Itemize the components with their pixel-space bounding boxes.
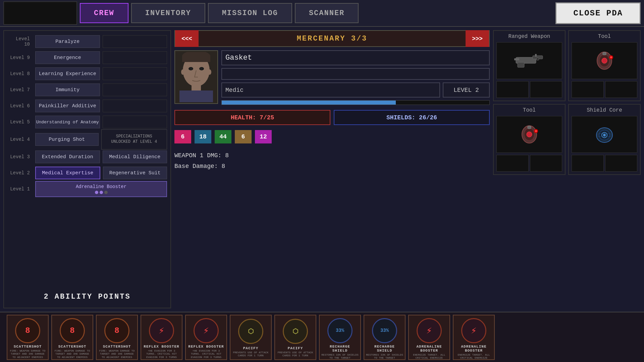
pacify-2-circle: ⬡	[283, 319, 308, 344]
svg-rect-27	[528, 126, 531, 129]
scattershot-1-circle: 8	[15, 318, 40, 343]
ability-card-recharge-1[interactable]: 33% RECHARGE SHIELD RESTORES 33% OF SHIE…	[319, 315, 361, 360]
tool-bottom-left-sub-slots	[496, 155, 562, 172]
scattershot-2-circle: 8	[60, 318, 85, 343]
center-panel: <<< MERCENARY 3/3 >>>	[174, 30, 490, 308]
next-mercenary-button[interactable]: >>>	[466, 30, 489, 47]
xp-bar-fill	[222, 101, 396, 105]
skill-purging-shot[interactable]: Purging Shot	[35, 133, 99, 146]
reflex-2-icon: ⚡	[193, 318, 220, 343]
inventory-tab[interactable]: INVENTORY	[131, 3, 205, 23]
adrenaline-2-desc: ENERGIZE TARGET. ALL CRITICAL ENERGIZE	[455, 353, 493, 360]
skill-slot-empty-7	[103, 83, 167, 96]
skill-slot-empty-5	[103, 116, 167, 128]
reflex-1-desc: +HE EVASION FOR 3 TURNS. CRITICAL HIT EV…	[143, 349, 180, 359]
ranged-weapon-main-slot[interactable]	[496, 42, 562, 79]
reflex-1-circle: ⚡	[149, 318, 174, 343]
ability-card-scattershot-2[interactable]: 8 SCATTERSHOT FIRE: WEAPON DAMAGE TO TAR…	[51, 315, 93, 360]
close-pda-button[interactable]: CLOSE PDA	[555, 2, 641, 24]
character-portrait	[174, 50, 218, 104]
skill-paralyze[interactable]: Paralyze	[35, 35, 100, 48]
ability-card-reflex-2[interactable]: ⚡ REFLEX BOOSTER +HE EVASION FOR 3 TURNS…	[185, 315, 227, 360]
prev-mercenary-button[interactable]: <<<	[175, 30, 199, 47]
shield-core-sub-1[interactable]	[572, 155, 604, 172]
reflex-1-name: REFLEX BOOSTER	[144, 345, 179, 349]
skill-row-level4: Level 4 Purging Shot SPECIALIZATIONSUNLO…	[7, 131, 167, 148]
skill-specialization-unlock: SPECIALIZATIONSUNLOCKED AT LEVEL 4	[101, 129, 167, 149]
skill-adrenaline-booster[interactable]: Adrenaline Booster	[35, 181, 167, 197]
ability-card-adrenaline-1[interactable]: ⚡ ADRENALINE BOOSTER ENERGIZE TARGET. AL…	[408, 315, 450, 360]
skill-row-level8: Level 8 Learning Experience	[7, 66, 167, 81]
stat-badge-0: 6	[174, 130, 191, 143]
svg-point-16	[536, 58, 539, 60]
ability-card-pacify-2[interactable]: ⬡ PACIFY PREVENTS USE OF ATTACK CARDS FO…	[274, 315, 316, 360]
level-1-label: Level 1	[7, 186, 33, 192]
skill-medical-expertise[interactable]: Medical Expertise	[35, 167, 100, 179]
svg-rect-11	[182, 55, 210, 62]
shield-core-sub-slots	[572, 155, 637, 172]
svg-point-7	[200, 68, 202, 70]
tool-top-right-sub-1[interactable]	[572, 81, 604, 98]
skill-row-level7: Level 7 Immunity	[7, 82, 167, 97]
reflex-2-name: REFLEX BOOSTER	[188, 345, 224, 349]
skill-regenerative-suit[interactable]: Regenerative Suit	[103, 167, 167, 179]
bottom-bar: 8 SCATTERSHOT FIRE: WEAPON DAMAGE TO TAR…	[0, 312, 644, 362]
recharge-2-icon: 33%	[371, 318, 398, 343]
tool-top-right-main-slot[interactable]	[572, 42, 637, 79]
svg-rect-21	[603, 52, 606, 55]
skill-energence[interactable]: Energence	[35, 51, 100, 64]
skill-understanding-anatomy[interactable]: Understanding of Anatomy	[35, 116, 100, 128]
skill-immunity[interactable]: Immunity	[35, 83, 100, 96]
ranged-weapon-sub-2[interactable]	[530, 81, 562, 98]
svg-point-26	[527, 132, 532, 137]
weapon-info: WEAPON 1 DMG: 8 Base Damage: 8	[174, 150, 490, 172]
logo-area	[3, 1, 77, 25]
skill-learning-experience[interactable]: Learning Experience	[35, 67, 100, 80]
level-10-label: Level 10	[7, 36, 33, 47]
ability-card-reflex-1[interactable]: ⚡ REFLEX BOOSTER +HE EVASION FOR 3 TURNS…	[141, 315, 182, 360]
main-content: Level 10 Paralyze Level 9 Energence Leve…	[0, 27, 644, 312]
tool-top-right-sub-2[interactable]	[605, 81, 637, 98]
shield-core-sub-2[interactable]	[605, 155, 637, 172]
ability-card-scattershot-3[interactable]: 8 SCATTERSHOT FIRE: WEAPON DAMAGE TO TAR…	[96, 315, 138, 360]
scanner-tab[interactable]: SCANNER	[295, 3, 359, 23]
skill-slot-empty-8	[103, 67, 167, 80]
scattershot-2-desc: FIRE: WEAPON DAMAGE TO TARGET AND 3HE DA…	[53, 349, 91, 359]
tool-top-right-icon	[593, 51, 616, 71]
ranged-weapon-sub-1[interactable]	[496, 81, 529, 98]
character-name-input[interactable]	[221, 50, 490, 65]
pacify-2-name: PACIFY	[288, 346, 303, 350]
svg-point-23	[610, 56, 612, 58]
adrenaline-1-circle: ⚡	[417, 318, 442, 343]
skill-extended-duration[interactable]: Extended Duration	[35, 150, 100, 163]
top-nav: CREW INVENTORY MISSION LOG SCANNER CLOSE…	[0, 0, 644, 27]
weapon-dmg-label: WEAPON 1 DMG: 8	[174, 150, 490, 161]
ability-points-label: 2 ABILITY POINTS	[7, 289, 167, 304]
tool-bottom-left-sub-2[interactable]	[530, 155, 562, 172]
stat-badge-4: 12	[255, 130, 272, 143]
skill-painkiller-additive[interactable]: Painkiller Additive	[35, 100, 100, 112]
adrenaline-dots	[95, 191, 108, 194]
xp-bar-container	[221, 100, 490, 105]
tool-bottom-left-section: Tool	[493, 104, 566, 175]
mission-log-tab[interactable]: MISSION LOG	[208, 3, 292, 23]
tool-bottom-left-sub-1[interactable]	[496, 155, 529, 172]
level-6-label: Level 6	[7, 103, 33, 109]
health-shields-row: HEALTH: 7/25 SHIELDS: 26/26	[174, 110, 490, 125]
ability-card-scattershot-1[interactable]: 8 SCATTERSHOT FIRE: WEAPON DAMAGE TO TAR…	[7, 315, 49, 360]
skill-row-level6: Level 6 Painkiller Additive	[7, 99, 167, 113]
skill-row-level1: Level 1 Adrenaline Booster	[7, 182, 167, 196]
dot-1	[95, 191, 98, 194]
tool-bottom-left-title: Tool	[496, 107, 562, 113]
ability-card-pacify-1[interactable]: ⬡ PACIFY PREVENTS USE OF ATTACK CARDS FO…	[230, 315, 272, 360]
svg-point-33	[603, 134, 606, 136]
skill-medical-diligence[interactable]: Medical Diligence	[103, 150, 167, 163]
ability-card-recharge-2[interactable]: 33% RECHARGE SHIELD RESTORES 33% OF SHIE…	[364, 315, 406, 360]
pacify-1-circle: ⬡	[238, 319, 263, 344]
skills-panel: Level 10 Paralyze Level 9 Energence Leve…	[3, 30, 171, 308]
ability-card-adrenaline-2[interactable]: ⚡ ADRENALINE BOOSTER ENERGIZE TARGET. AL…	[453, 315, 495, 360]
shield-core-main-slot[interactable]	[572, 116, 637, 153]
tool-bottom-left-main-slot[interactable]	[496, 116, 562, 153]
skill-row-level5: Level 5 Understanding of Anatomy	[7, 115, 167, 129]
crew-tab[interactable]: CREW	[80, 3, 128, 23]
